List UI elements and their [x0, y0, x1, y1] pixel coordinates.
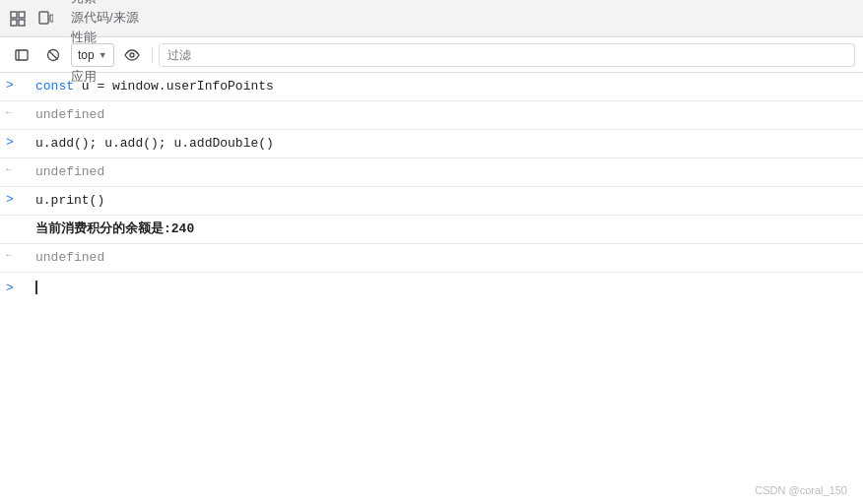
svg-rect-0	[11, 12, 17, 18]
console-row: ←undefined	[0, 101, 863, 130]
console-cursor-row[interactable]: >	[0, 273, 863, 302]
svg-rect-1	[19, 12, 25, 18]
svg-rect-5	[50, 15, 53, 22]
dropdown-arrow-icon: ▼	[99, 50, 107, 60]
svg-line-9	[49, 50, 58, 59]
console-input-text: u.add(); u.add(); u.addDouble()	[35, 133, 863, 155]
toolbar: top ▼	[0, 37, 863, 73]
console-row: 当前消费积分的余额是:240	[0, 216, 863, 244]
console-row: >u.add(); u.add(); u.addDouble()	[0, 130, 863, 158]
console-row: >const u = window.userInfoPoints	[0, 73, 863, 101]
svg-rect-6	[16, 50, 28, 60]
svg-rect-4	[39, 12, 48, 24]
toolbar-divider	[152, 46, 153, 64]
console-output-text: undefined	[35, 247, 863, 269]
context-value: top	[78, 48, 95, 62]
clear-console-button[interactable]	[39, 41, 67, 69]
svg-point-10	[130, 53, 134, 57]
console-row: ←undefined	[0, 158, 863, 187]
context-selector[interactable]: top ▼	[71, 43, 114, 67]
console-output-text: undefined	[35, 104, 863, 126]
eye-button[interactable]	[118, 41, 146, 69]
watermark: CSDN @coral_150	[755, 484, 847, 496]
svg-rect-2	[11, 20, 17, 26]
nav-tab-源代码/来源[interactable]: 源代码/来源	[59, 9, 151, 29]
filter-input[interactable]	[159, 43, 855, 67]
console-input-text: const u = window.userInfoPoints	[35, 76, 863, 97]
top-nav: 控制台网络元素源代码/来源性能内存应用	[0, 0, 863, 37]
svg-rect-3	[19, 20, 25, 26]
device-icon[interactable]	[32, 5, 59, 32]
console-row: ←undefined	[0, 244, 863, 273]
console-row: >u.print()	[0, 187, 863, 216]
inspect-icon[interactable]	[4, 5, 32, 32]
console-output-text: undefined	[35, 161, 863, 183]
console-area: >const u = window.userInfoPoints←undefin…	[0, 73, 863, 504]
console-input-text: u.print()	[35, 190, 863, 212]
nav-tab-元素[interactable]: 元素	[59, 0, 151, 9]
console-cursor	[35, 277, 863, 298]
sidebar-toggle-button[interactable]	[8, 41, 35, 69]
console-print-text: 当前消费积分的余额是:240	[35, 219, 863, 240]
